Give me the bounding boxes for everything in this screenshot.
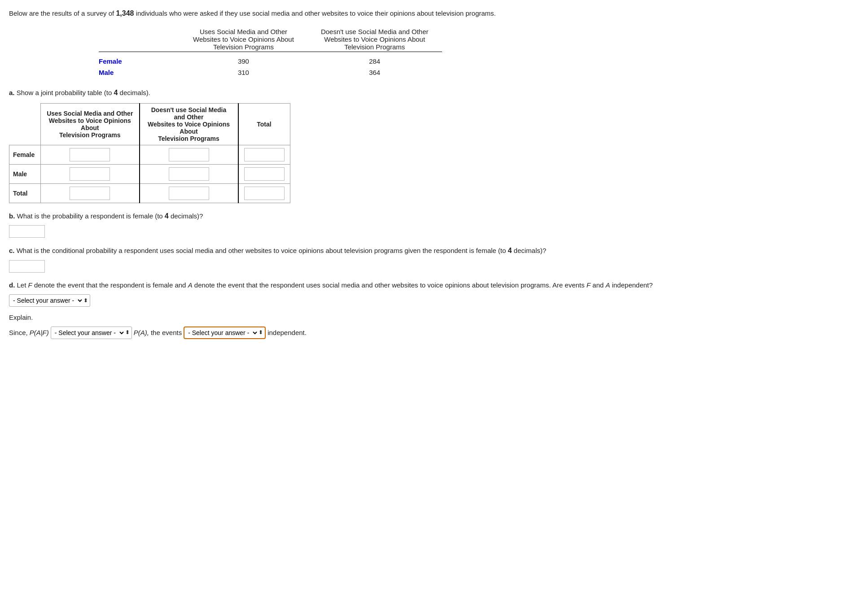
table-row: Male 310 364 bbox=[99, 67, 442, 78]
joint-probability-table: Uses Social Media and OtherWebsites to V… bbox=[9, 103, 290, 203]
male-doesnt-use-input[interactable] bbox=[169, 167, 209, 181]
independent-text: independent. bbox=[267, 326, 307, 339]
female-uses-input[interactable] bbox=[70, 148, 110, 161]
dropdown1-arrow-icon: ⬍ bbox=[83, 297, 88, 304]
dropdown2-arrow-icon: ⬍ bbox=[125, 328, 130, 338]
joint-male-row: Male bbox=[9, 164, 290, 183]
joint-col1-header: Uses Social Media and OtherWebsites to V… bbox=[41, 103, 140, 145]
pa-f-text: P(A|F) bbox=[30, 326, 49, 339]
intro-text-after: individuals who were asked if they use s… bbox=[134, 9, 496, 17]
section-d-dropdown1-container: - Select your answer - Yes No ⬍ bbox=[9, 294, 859, 307]
male-uses-input[interactable] bbox=[70, 167, 110, 181]
joint-total-row: Total bbox=[9, 183, 290, 203]
total-total-input[interactable] bbox=[244, 187, 285, 200]
select-answer-dropdown2[interactable]: - Select your answer - = ≠ < > ⬍ bbox=[51, 326, 132, 339]
select-answer-select3[interactable]: - Select your answer - are are not bbox=[186, 329, 259, 337]
survey-count: 1,348 bbox=[116, 9, 134, 17]
section-d-question: d. Let F denote the event that the respo… bbox=[9, 280, 859, 291]
survey-results-table: Uses Social Media and Other Websites to … bbox=[99, 27, 442, 78]
select-answer-select2[interactable]: - Select your answer - = ≠ < > bbox=[53, 329, 125, 337]
total-uses-input[interactable] bbox=[70, 187, 110, 200]
joint-total-header: Total bbox=[238, 103, 290, 145]
select-answer-dropdown1[interactable]: - Select your answer - Yes No ⬍ bbox=[9, 294, 90, 307]
section-b-question: b. What is the probability a respondent … bbox=[9, 210, 859, 222]
dropdown3-arrow-icon: ⬍ bbox=[259, 328, 263, 338]
total-doesnt-use-input[interactable] bbox=[169, 187, 209, 200]
the-events-text: the events bbox=[151, 326, 182, 339]
male-total-input[interactable] bbox=[244, 167, 285, 181]
pa-text: P(A), bbox=[134, 326, 149, 339]
col2-header: Doesn't use Social Media and Other Websi… bbox=[307, 27, 442, 52]
section-b-input-container bbox=[9, 225, 859, 238]
section-c-input-container bbox=[9, 260, 859, 273]
col1-header: Uses Social Media and Other Websites to … bbox=[180, 27, 307, 52]
intro-text-before: Below are the results of a survey of bbox=[9, 9, 116, 17]
section-a-question: a. Show a joint probability table (to 4 … bbox=[9, 87, 859, 99]
probability-female-input[interactable] bbox=[9, 225, 45, 238]
joint-col2-header: Doesn't use Social Media and OtherWebsit… bbox=[140, 103, 238, 145]
female-doesnt-use-input[interactable] bbox=[169, 148, 209, 161]
joint-female-row: Female bbox=[9, 145, 290, 164]
section-c-question: c. What is the conditional probability a… bbox=[9, 245, 859, 257]
since-text: Since, bbox=[9, 326, 28, 339]
explain-label: Explain. bbox=[9, 312, 859, 323]
conditional-probability-input[interactable] bbox=[9, 260, 45, 273]
select-answer-select1[interactable]: - Select your answer - Yes No bbox=[11, 296, 83, 305]
intro-paragraph: Below are the results of a survey of 1,3… bbox=[9, 8, 859, 19]
explain-line: Since, P(A|F) - Select your answer - = ≠… bbox=[9, 326, 859, 339]
female-total-input[interactable] bbox=[244, 148, 285, 161]
select-answer-dropdown3[interactable]: - Select your answer - are are not ⬍ bbox=[184, 326, 266, 339]
table-row: Female 390 284 bbox=[99, 56, 442, 67]
